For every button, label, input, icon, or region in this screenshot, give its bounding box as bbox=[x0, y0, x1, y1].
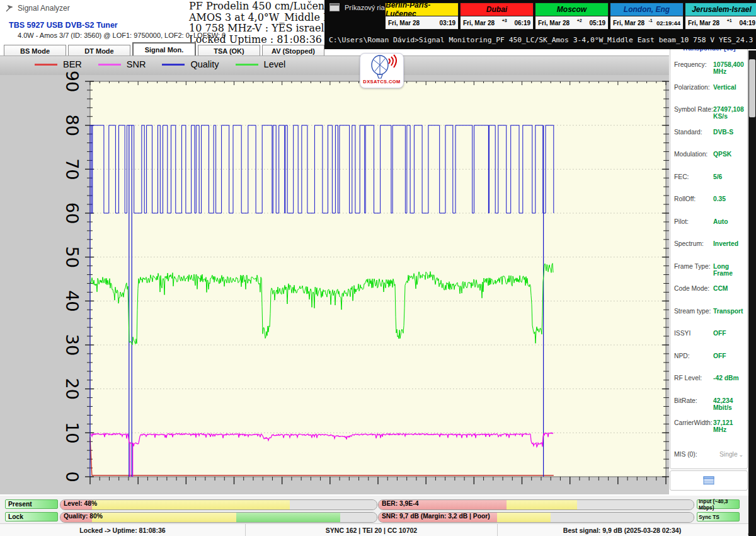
row-label: ISSYI bbox=[674, 330, 713, 337]
command-prompt-icon bbox=[329, 3, 340, 11]
sidebar-row: CarrierWidth:37,121 MHz bbox=[670, 419, 747, 433]
legend-item-quality: Quality bbox=[162, 59, 219, 69]
level-label: Level: 48% bbox=[64, 500, 97, 507]
clock-time: 02:19:44 bbox=[656, 20, 680, 26]
row-label: BitRate: bbox=[674, 397, 713, 411]
row-value: 5/6 bbox=[713, 173, 743, 180]
clock-time: 03:19 bbox=[439, 20, 455, 26]
mis-label: MIS (0): bbox=[674, 451, 713, 458]
row-value: 37,121 MHz bbox=[713, 419, 743, 433]
present-indicator: Present bbox=[5, 499, 58, 509]
dxsatcs-logo: DXSATCS.COM bbox=[360, 53, 404, 88]
svg-text:40: 40 bbox=[62, 290, 82, 312]
row-label: FEC: bbox=[674, 173, 713, 180]
row-label: Code Mode: bbox=[674, 285, 713, 292]
statusbar-sync-counters: SYNC 162 | TEI 20 | CC 10702 bbox=[246, 524, 498, 536]
svg-text:50: 50 bbox=[62, 246, 82, 267]
statusbar-best-signal: Best signal: 9,9 dB (2025-03-28 02:34) bbox=[498, 524, 747, 536]
bar-segment-track bbox=[340, 513, 377, 522]
row-label: Frequency: bbox=[674, 61, 713, 75]
ber-progress-bar bbox=[378, 499, 694, 510]
clock-offset: -1 bbox=[644, 18, 656, 23]
clock-city: Moscow bbox=[536, 3, 608, 16]
clock-london[interactable]: London, Eng Fri, Mar 28 -1 02:19:44 bbox=[610, 3, 684, 30]
row-label: Standard: bbox=[674, 129, 713, 136]
window-title: Signal Analyzer bbox=[18, 4, 70, 13]
row-value: Auto bbox=[713, 218, 743, 225]
row-label: Pilot: bbox=[674, 218, 713, 225]
clock-berlin[interactable]: Berlin-Paris-Lučenec Fri, Mar 28 03:19 bbox=[385, 3, 459, 30]
bar-segment-yellow bbox=[92, 500, 290, 510]
legend-item-ber: BER bbox=[35, 59, 82, 69]
sidebar-row: Code Mode:CCM bbox=[670, 285, 747, 292]
row-value: Vertical bbox=[713, 84, 743, 91]
sidebar-row: Stream type:Transport bbox=[670, 308, 747, 315]
signal-chart-panel: 0102030405060708090 BER SNR Quality Leve… bbox=[0, 55, 669, 494]
bar-segment-yellow bbox=[507, 500, 578, 510]
row-label: RollOff: bbox=[674, 195, 713, 202]
clock-offset: +1 bbox=[719, 18, 739, 23]
clock-date: Fri, Mar 28 bbox=[688, 20, 719, 26]
quality-progress-bar bbox=[60, 512, 377, 523]
sidebar-row: Pilot:Auto bbox=[670, 218, 747, 225]
quality-line-swatch bbox=[162, 64, 185, 66]
row-value: Inverted bbox=[713, 240, 743, 247]
clock-date: Fri, Mar 28 bbox=[613, 20, 644, 26]
sidebar-row: Frequency:10758,400 MHz bbox=[670, 61, 747, 75]
ber-line-swatch bbox=[35, 64, 57, 66]
svg-text:20: 20 bbox=[62, 378, 82, 399]
scrollbar-thumb[interactable] bbox=[749, 59, 755, 117]
clock-time: 04:19 bbox=[739, 20, 755, 26]
clock-time: 06:19 bbox=[514, 20, 530, 26]
level-line-swatch bbox=[236, 64, 258, 66]
window-titlebar[interactable]: Signal Analyzer bbox=[5, 4, 70, 13]
clock-date: Fri, Mar 28 bbox=[538, 20, 570, 26]
sidebar-row: NPD:OFF bbox=[670, 352, 747, 359]
clock-date: Fri, Mar 28 bbox=[388, 20, 420, 26]
clock-dubai[interactable]: Dubai Fri, Mar 28 +3 06:19 bbox=[460, 3, 534, 30]
row-value: Transport bbox=[713, 308, 743, 315]
chart-legend: BER SNR Quality Level bbox=[35, 59, 285, 69]
mis-value: Single bbox=[713, 451, 738, 458]
input-rate-indicator: Input (~40,3 Mbps) bbox=[697, 499, 740, 509]
row-label: Stream type: bbox=[674, 308, 713, 315]
sync-ts-indicator: Sync TS bbox=[697, 512, 740, 521]
clock-city: London, Eng bbox=[610, 3, 683, 16]
page-scrollbar[interactable] bbox=[748, 50, 756, 536]
row-label: Polarization: bbox=[674, 84, 713, 91]
legend-label: SNR bbox=[127, 59, 146, 69]
transponder-sidebar: Transponder [63] Frequency:10758,400 MHz… bbox=[670, 42, 748, 469]
ber-label: BER: 3,9E-4 bbox=[382, 500, 418, 507]
clock-jerusalem[interactable]: Jerusalem-Israel Fri, Mar 28 +1 04:19 bbox=[685, 3, 756, 30]
row-label: Symbol Rate: bbox=[674, 106, 713, 120]
bar-segment-track bbox=[551, 513, 694, 522]
legend-label: Quality bbox=[190, 59, 219, 69]
row-label: Frame Type: bbox=[674, 263, 713, 277]
legend-item-snr: SNR bbox=[98, 59, 146, 69]
sidebar-row: RF Level:-42 dBm bbox=[670, 375, 747, 382]
row-value: Long Frame bbox=[713, 263, 743, 277]
clock-time: 05:19 bbox=[589, 20, 605, 26]
statusbar-lock-uptime: Locked -> Uptime: 81:08:36 bbox=[0, 524, 246, 536]
legend-label: Level bbox=[264, 59, 286, 69]
svg-text:90: 90 bbox=[62, 71, 82, 92]
chevron-down-icon: ⌄ bbox=[738, 452, 743, 458]
legend-label: BER bbox=[63, 59, 82, 69]
svg-text:80: 80 bbox=[62, 114, 82, 136]
clock-moscow[interactable]: Moscow Fri, Mar 28 +2 05:19 bbox=[535, 3, 609, 30]
row-value: 27497,108 KS/s bbox=[713, 106, 744, 120]
table-icon[interactable] bbox=[703, 476, 714, 485]
statusbar: Locked -> Uptime: 81:08:36 SYNC 162 | TE… bbox=[0, 523, 756, 536]
sidebar-row: Frame Type:Long Frame bbox=[670, 263, 747, 277]
sidebar-row: Spectrum:Inverted bbox=[670, 240, 747, 247]
command-line[interactable]: C:\Users\Roman Dávid>Signal Monitoring_P… bbox=[329, 36, 754, 44]
lock-indicator: Lock bbox=[5, 512, 58, 521]
bar-segment-track bbox=[290, 500, 377, 510]
bar-segment-yellow bbox=[497, 513, 551, 522]
bar-segment-green bbox=[236, 513, 341, 522]
mis-dropdown[interactable]: MIS (0): Single ⌄ bbox=[670, 451, 747, 458]
clock-city: Dubai bbox=[461, 3, 533, 16]
row-value: DVB-S bbox=[713, 129, 743, 136]
signal-status-bars: Present Lock Level: 48% Quality: 80% BER… bbox=[0, 496, 756, 523]
bar-segment-track bbox=[577, 500, 694, 510]
